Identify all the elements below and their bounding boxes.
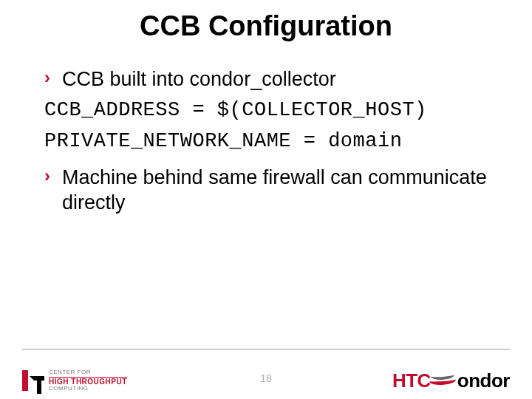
right-logo-ht: HTC (392, 369, 431, 392)
slide-content: › CCB built into condor_collector CCB_AD… (0, 50, 532, 216)
ht-mark-icon (22, 370, 44, 391)
bullet-item-1: › CCB built into condor_collector (44, 67, 502, 92)
page-number: 18 (260, 372, 272, 384)
bullet-item-2: › Machine behind same firewall can commu… (44, 166, 502, 216)
left-logo-line1: CENTER FOR (49, 369, 127, 375)
chevron-icon: › (44, 167, 50, 185)
logo-h-bar (22, 370, 28, 391)
bullet-text: Machine behind same firewall can communi… (62, 166, 487, 214)
slide: CCB Configuration › CCB built into condo… (0, 0, 532, 399)
left-logo-text: CENTER FOR HIGH THROUGHPUT COMPUTING (49, 369, 127, 392)
footer-rule (22, 349, 510, 349)
bird-icon (429, 368, 456, 384)
code-line-2: PRIVATE_NETWORK_NAME = domain (44, 128, 502, 156)
logo-t-bar (30, 376, 44, 391)
left-logo: CENTER FOR HIGH THROUGHPUT COMPUTING (22, 369, 127, 392)
right-logo-ondor: ondor (457, 369, 510, 392)
right-logo: HTC ondor (392, 368, 510, 393)
code-line-1: CCB_ADDRESS = $(COLLECTOR_HOST) (44, 97, 502, 125)
bullet-text: CCB built into condor_collector (62, 68, 336, 90)
slide-title: CCB Configuration (0, 0, 532, 50)
slide-footer: CENTER FOR HIGH THROUGHPUT COMPUTING 18 … (0, 349, 532, 399)
left-logo-line3: COMPUTING (49, 386, 127, 392)
chevron-icon: › (44, 69, 50, 86)
